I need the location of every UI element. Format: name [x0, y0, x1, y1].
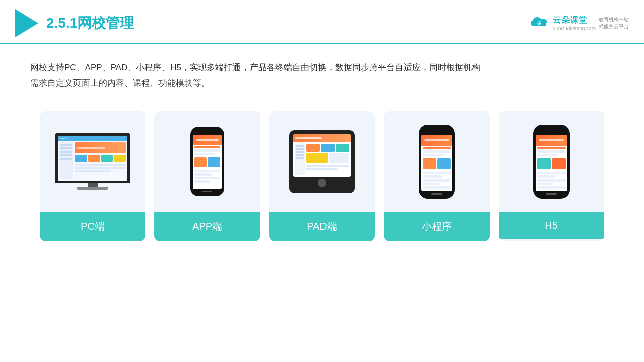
card-pc-label: PC端	[40, 212, 145, 241]
cloud-logo-container: 云朵课堂 yunduoketang.com 教育机构一站式服务云平台	[529, 15, 629, 31]
card-pad-label: PAD端	[269, 212, 375, 241]
description-line2: 需求自定义页面上的内容、课程、功能模块等。	[30, 76, 614, 92]
card-pc-image	[40, 111, 145, 212]
card-h5-label: H5	[499, 212, 604, 239]
description-line1: 网校支持PC、APP、PAD、小程序、H5，实现多端打通，产品各终端自由切换，数…	[30, 60, 614, 76]
pad-tablet-mockup	[289, 130, 355, 193]
card-miniprogram[interactable]: 小程序	[384, 111, 490, 241]
card-pad-image	[269, 111, 375, 212]
platform-cards: PC端	[0, 101, 644, 256]
miniprogram-phone-mockup	[419, 125, 455, 199]
card-pad[interactable]: PAD端	[269, 111, 375, 241]
title-text: 网校管理	[77, 15, 134, 31]
cloud-icon	[529, 16, 550, 30]
description-block: 网校支持PC、APP、PAD、小程序、H5，实现多端打通，产品各终端自由切换，数…	[0, 44, 644, 101]
play-icon	[15, 9, 38, 37]
page-title: 2.5.1网校管理	[46, 14, 134, 33]
header: 2.5.1网校管理 云朵课堂 yunduoketang.com 教育机构一站式服…	[0, 0, 644, 44]
pc-mockup	[55, 133, 130, 190]
brand-logo: 云朵课堂 yunduoketang.com 教育机构一站式服务云平台	[529, 15, 629, 31]
title-number: 2.5.1	[46, 15, 77, 31]
card-miniprogram-label: 小程序	[384, 212, 490, 241]
card-app-image	[154, 111, 260, 212]
card-app-label: APP端	[154, 212, 260, 241]
h5-phone-mockup	[533, 125, 570, 199]
card-h5-image	[499, 111, 604, 212]
header-left: 2.5.1网校管理	[15, 9, 134, 37]
app-phone-mockup	[190, 127, 224, 196]
card-h5[interactable]: H5	[499, 111, 604, 241]
card-pc[interactable]: PC端	[40, 111, 145, 241]
card-app[interactable]: APP端	[154, 111, 260, 241]
card-miniprogram-image	[384, 111, 490, 212]
logo-tagline: 教育机构一站式服务云平台	[599, 16, 629, 30]
logo-name: 云朵课堂 yunduoketang.com	[553, 15, 596, 31]
